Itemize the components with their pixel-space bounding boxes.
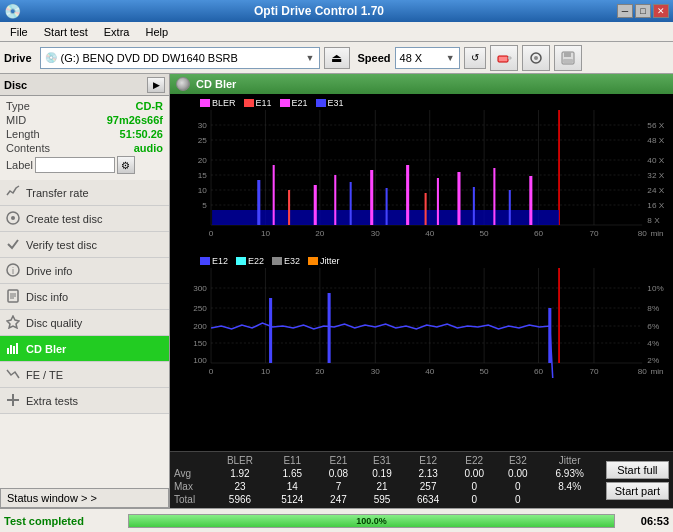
erase-button[interactable] <box>490 45 518 71</box>
legend-e32-color <box>272 257 282 265</box>
settings-button[interactable] <box>522 45 550 71</box>
svg-rect-78 <box>529 176 532 225</box>
nav-drive-info[interactable]: i Drive info <box>0 258 169 284</box>
status-text: Test completed <box>4 515 124 527</box>
legend-e11-color <box>244 99 254 107</box>
svg-text:5: 5 <box>202 201 207 210</box>
main-area: Disc ▶ Type CD-R MID 97m26s66f Length 51… <box>0 74 673 508</box>
top-chart: 30 25 20 15 10 5 0 10 20 30 40 50 60 70 … <box>170 110 673 250</box>
nav-drive-info-label: Drive info <box>26 265 72 277</box>
disc-header: Disc ▶ <box>0 74 169 96</box>
svg-rect-19 <box>16 343 18 354</box>
legend-e12-color <box>200 257 210 265</box>
svg-text:10: 10 <box>198 186 208 195</box>
save-button[interactable] <box>554 45 582 71</box>
disc-nav-button[interactable]: ▶ <box>147 77 165 93</box>
disc-type-row: Type CD-R <box>6 100 163 112</box>
menu-file[interactable]: File <box>2 22 36 42</box>
title-bar: 💿 Opti Drive Control 1.70 ─ □ ✕ <box>0 0 673 22</box>
legend-e32-label: E32 <box>284 256 300 266</box>
svg-rect-69 <box>370 170 373 225</box>
stats-total-e31: 595 <box>360 493 404 506</box>
stats-max-bler: 23 <box>212 480 268 493</box>
nav-fe-te-icon <box>6 367 20 383</box>
stats-total-e12: 6634 <box>404 493 453 506</box>
label-settings-button[interactable]: ⚙ <box>117 156 135 174</box>
col-e11: E11 <box>268 454 317 467</box>
drive-label: Drive <box>4 52 32 64</box>
svg-text:70: 70 <box>589 229 599 238</box>
nav-cd-bler[interactable]: CD Bler <box>0 336 169 362</box>
menu-help[interactable]: Help <box>137 22 176 42</box>
nav-fe-te[interactable]: FE / TE <box>0 362 169 388</box>
eject-button[interactable]: ⏏ <box>324 47 350 69</box>
legend-e22-color <box>236 257 246 265</box>
svg-text:30: 30 <box>371 367 381 376</box>
svg-rect-76 <box>493 168 495 225</box>
svg-rect-74 <box>457 172 460 225</box>
refresh-button[interactable]: ↺ <box>464 47 486 69</box>
maximize-button[interactable]: □ <box>635 4 651 18</box>
svg-text:80: 80 <box>638 229 648 238</box>
nav-spacer <box>0 414 169 488</box>
svg-text:8 X: 8 X <box>647 216 660 225</box>
speed-dropdown-arrow: ▼ <box>446 53 455 63</box>
nav-verify-test-disc-label: Verify test disc <box>26 239 97 251</box>
stats-total-e22: 0 <box>452 493 496 506</box>
stats-max-e12: 257 <box>404 480 453 493</box>
svg-text:40: 40 <box>425 367 435 376</box>
nav-extra-tests[interactable]: Extra tests <box>0 388 169 414</box>
speed-select-container: 48 X ▼ <box>395 47 460 69</box>
start-part-button[interactable]: Start part <box>606 482 669 500</box>
start-full-button[interactable]: Start full <box>606 461 669 479</box>
legend-bler-label: BLER <box>212 98 236 108</box>
close-button[interactable]: ✕ <box>653 4 669 18</box>
svg-rect-65 <box>288 190 290 225</box>
status-window-button[interactable]: Status window > > <box>0 488 169 508</box>
disc-contents-row: Contents audio <box>6 142 163 154</box>
progress-label: 100.0% <box>356 516 387 526</box>
legend-e31: E31 <box>316 98 344 108</box>
speed-value: 48 X <box>400 52 444 64</box>
svg-text:10: 10 <box>261 367 271 376</box>
menu-extra[interactable]: Extra <box>96 22 138 42</box>
svg-text:250: 250 <box>193 304 207 313</box>
right-panel: CD Bler BLER E11 E21 <box>170 74 673 508</box>
stats-table: BLER E11 E21 E31 E12 E22 E32 Jitter Avg <box>170 452 602 508</box>
col-e22: E22 <box>452 454 496 467</box>
drive-select-container: 💿 (G:) BENQ DVD DD DW1640 BSRB ▼ <box>40 47 320 69</box>
nav-disc-quality[interactable]: Disc quality <box>0 310 169 336</box>
nav-create-test-disc[interactable]: Create test disc <box>0 206 169 232</box>
nav-disc-info[interactable]: Disc info <box>0 284 169 310</box>
nav-verify-test-disc[interactable]: Verify test disc <box>0 232 169 258</box>
svg-text:16 X: 16 X <box>647 201 664 210</box>
svg-text:min: min <box>650 367 663 376</box>
stats-avg-e32: 0.00 <box>496 467 540 480</box>
erase-icon <box>496 50 512 66</box>
disc-info: Type CD-R MID 97m26s66f Length 51:50.26 … <box>0 96 169 180</box>
svg-text:24 X: 24 X <box>647 186 664 195</box>
stats-max-e21: 7 <box>317 480 361 493</box>
stats-total-jitter <box>540 493 600 506</box>
time-display: 06:53 <box>619 515 669 527</box>
stats-max-e11: 14 <box>268 480 317 493</box>
stats-avg-e11: 1.65 <box>268 467 317 480</box>
status-bar: Test completed 100.0% 06:53 <box>0 508 673 532</box>
col-e12: E12 <box>404 454 453 467</box>
svg-marker-1 <box>508 57 511 59</box>
nav-transfer-rate-icon <box>6 185 20 201</box>
svg-text:15: 15 <box>198 171 208 180</box>
stats-and-buttons: BLER E11 E21 E31 E12 E22 E32 Jitter Avg <box>170 451 673 508</box>
menu-start-test[interactable]: Start test <box>36 22 96 42</box>
stats-total-e32: 0 <box>496 493 540 506</box>
nav-transfer-rate[interactable]: Transfer rate <box>0 180 169 206</box>
disc-label-input[interactable] <box>35 157 115 173</box>
disc-length-row: Length 51:50.26 <box>6 128 163 140</box>
minimize-button[interactable]: ─ <box>617 4 633 18</box>
svg-rect-66 <box>314 185 317 225</box>
svg-rect-79 <box>170 268 673 378</box>
svg-rect-67 <box>334 175 336 225</box>
svg-text:30: 30 <box>371 229 381 238</box>
window-controls: ─ □ ✕ <box>617 4 669 18</box>
settings-icon <box>528 50 544 66</box>
